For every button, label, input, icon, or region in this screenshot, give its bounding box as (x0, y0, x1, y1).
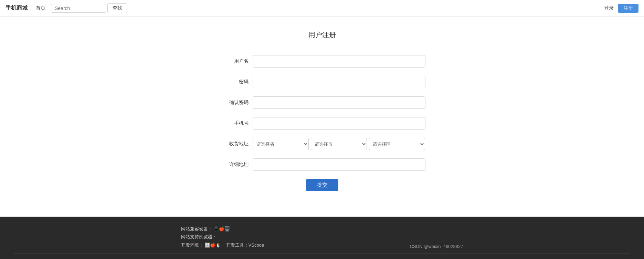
csdn-label: CSDN @weixin_46028827 (410, 244, 463, 249)
nav-home-link[interactable]: 首页 (36, 5, 45, 11)
footer-inner: 网站兼容设备： 📱🍎🖥️ 网站支持浏览器： 开发环境： 🪟🍎🐧 开发工具：VSc… (167, 225, 477, 249)
phone-label: 手机号: (219, 120, 250, 126)
confirm-password-row: 确认密码: (219, 96, 425, 109)
detail-address-label: 详细地址: (219, 162, 250, 168)
submit-button[interactable]: 提交 (306, 179, 338, 191)
register-form-container: 用户注册 用户名: 密码: 确认密码: 手机号: (219, 30, 425, 191)
footer-divider (14, 253, 630, 253)
footer: 网站兼容设备： 📱🍎🖥️ 网站支持浏览器： 开发环境： 🪟🍎🐧 开发工具：VSc… (0, 217, 644, 259)
navbar: 手机商城 首页 查找 登录 注册 (0, 0, 644, 17)
search-button[interactable]: 查找 (107, 3, 127, 13)
dev-tool-text: 开发工具：VScode (226, 242, 264, 248)
search-input[interactable] (51, 4, 106, 13)
username-label: 用户名: (219, 58, 250, 64)
confirm-password-input[interactable] (253, 96, 425, 109)
detail-address-input[interactable] (253, 158, 425, 171)
compat-label: 网站兼容设备： (181, 226, 212, 231)
submit-row: 提交 (219, 179, 425, 191)
username-input[interactable] (253, 55, 425, 68)
city-select[interactable]: 请选择市 (311, 138, 367, 150)
footer-right: CSDN @weixin_46028827 (410, 244, 463, 249)
province-select[interactable]: 请选择省 (253, 138, 309, 150)
phone-row: 手机号: (219, 117, 425, 130)
dev-tool-label (222, 242, 225, 248)
confirm-password-label: 确认密码: (219, 100, 250, 106)
phone-input[interactable] (253, 117, 425, 130)
username-row: 用户名: (219, 55, 425, 68)
address-row: 收货地址: 请选择省 请选择市 请选择区 (219, 138, 425, 150)
nav-login-link[interactable]: 登录 (604, 5, 614, 11)
compat-line: 网站兼容设备： 📱🍎🖥️ (181, 225, 264, 233)
password-label: 密码: (219, 79, 250, 85)
browser-label: 网站支持浏览器： (181, 234, 217, 239)
dev-line: 开发环境： 🪟🍎🐧 开发工具：VScode (181, 241, 264, 249)
form-title: 用户注册 (219, 30, 425, 44)
district-select[interactable]: 请选择区 (369, 138, 425, 150)
main-content: 用户注册 用户名: 密码: 确认密码: 手机号: (0, 17, 644, 217)
address-label: 收货地址: (219, 141, 250, 147)
brand-label: 手机商城 (6, 4, 28, 12)
detail-address-row: 详细地址: (219, 158, 425, 171)
password-input[interactable] (253, 76, 425, 88)
address-selects: 请选择省 请选择市 请选择区 (253, 138, 425, 150)
browser-line: 网站支持浏览器： (181, 233, 264, 241)
nav-register-button[interactable]: 注册 (618, 4, 638, 13)
form-body: 用户名: 密码: 确认密码: 手机号: 收货地址: (219, 55, 425, 191)
compat-icons: 📱🍎🖥️ (213, 226, 230, 231)
dev-env-icons: 🪟🍎🐧 (204, 242, 221, 248)
footer-left: 网站兼容设备： 📱🍎🖥️ 网站支持浏览器： 开发环境： 🪟🍎🐧 开发工具：VSc… (181, 225, 264, 249)
password-row: 密码: (219, 76, 425, 88)
dev-env-label: 开发环境： (181, 242, 203, 248)
